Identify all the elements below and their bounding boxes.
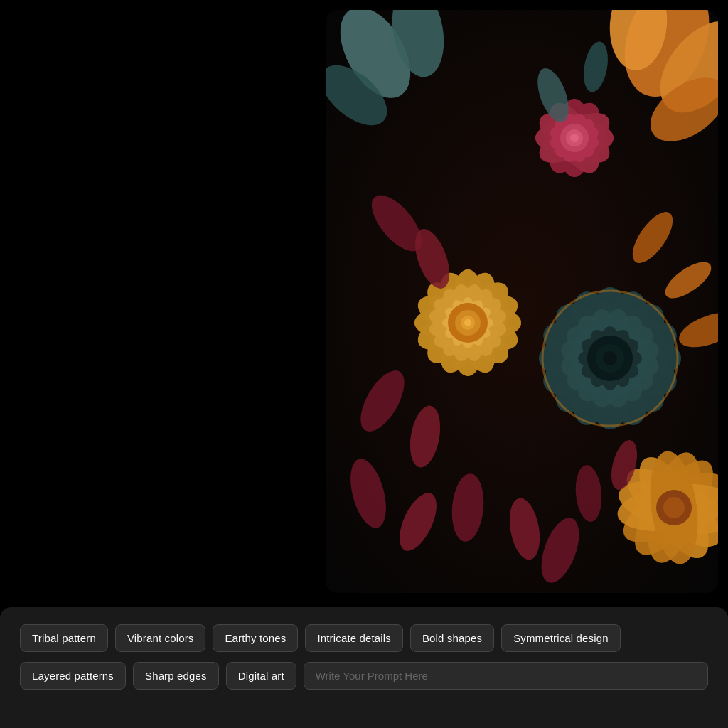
svg-point-96 — [603, 351, 617, 365]
tag-digital-art[interactable]: Digital art — [226, 662, 296, 690]
tag-intricate-details[interactable]: Intricate details — [305, 624, 402, 652]
tags-row-1: Tribal patternVibrant colorsEarthy tones… — [20, 624, 708, 652]
bottom-panel: Tribal patternVibrant colorsEarthy tones… — [0, 607, 728, 728]
tag-tribal-pattern[interactable]: Tribal pattern — [20, 624, 108, 652]
svg-point-118 — [663, 497, 685, 518]
tag-vibrant-colors[interactable]: Vibrant colors — [115, 624, 206, 652]
floral-panel — [326, 10, 718, 593]
tag-earthy-tones[interactable]: Earthy tones — [213, 624, 298, 652]
tag-sharp-edges[interactable]: Sharp edges — [133, 662, 219, 690]
svg-point-62 — [464, 319, 471, 326]
tag-symmetrical-design[interactable]: Symmetrical design — [501, 624, 621, 652]
tags-row-2: Layered patternsSharp edgesDigital art — [20, 662, 708, 690]
prompt-input[interactable] — [304, 663, 707, 689]
tag-bold-shapes[interactable]: Bold shapes — [410, 624, 494, 652]
tag-layered-patterns[interactable]: Layered patterns — [20, 662, 126, 690]
main-container: Tribal patternVibrant colorsEarthy tones… — [0, 0, 728, 728]
svg-point-28 — [570, 134, 579, 142]
prompt-wrapper — [304, 662, 708, 690]
